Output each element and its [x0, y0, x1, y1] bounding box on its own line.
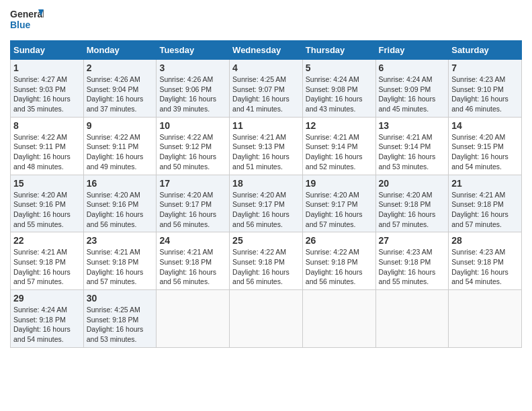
- calendar-cell: 13Sunrise: 4:21 AM Sunset: 9:14 PM Dayli…: [375, 117, 449, 175]
- calendar-cell: [302, 290, 375, 348]
- weekday-header-row: SundayMondayTuesdayWednesdayThursdayFrid…: [11, 41, 522, 60]
- calendar-cell: 30Sunrise: 4:25 AM Sunset: 9:18 PM Dayli…: [83, 290, 157, 348]
- day-detail: Sunrise: 4:24 AM Sunset: 9:18 PM Dayligh…: [13, 305, 81, 345]
- calendar-cell: 3Sunrise: 4:26 AM Sunset: 9:06 PM Daylig…: [157, 60, 230, 118]
- calendar-cell: 4Sunrise: 4:25 AM Sunset: 9:07 PM Daylig…: [230, 60, 303, 118]
- calendar-week-row: 1Sunrise: 4:27 AM Sunset: 9:03 PM Daylig…: [11, 60, 522, 118]
- day-number: 10: [159, 120, 226, 131]
- weekday-header-cell: Saturday: [449, 41, 522, 60]
- day-detail: Sunrise: 4:20 AM Sunset: 9:17 PM Dayligh…: [232, 190, 300, 230]
- day-number: 14: [451, 120, 519, 131]
- day-detail: Sunrise: 4:24 AM Sunset: 9:09 PM Dayligh…: [379, 75, 446, 114]
- calendar-cell: 9Sunrise: 4:22 AM Sunset: 9:11 PM Daylig…: [83, 117, 157, 175]
- calendar-cell: [449, 290, 522, 348]
- day-detail: Sunrise: 4:25 AM Sunset: 9:07 PM Dayligh…: [232, 75, 300, 114]
- weekday-header-cell: Monday: [83, 41, 157, 60]
- day-number: 13: [379, 120, 446, 131]
- calendar-cell: [375, 290, 449, 348]
- calendar-cell: 15Sunrise: 4:20 AM Sunset: 9:16 PM Dayli…: [11, 175, 84, 232]
- calendar-cell: 26Sunrise: 4:22 AM Sunset: 9:18 PM Dayli…: [302, 232, 375, 290]
- day-detail: Sunrise: 4:23 AM Sunset: 9:10 PM Dayligh…: [451, 75, 519, 114]
- day-detail: Sunrise: 4:21 AM Sunset: 9:18 PM Dayligh…: [13, 247, 81, 287]
- calendar-cell: 14Sunrise: 4:20 AM Sunset: 9:15 PM Dayli…: [449, 117, 522, 175]
- calendar-cell: 17Sunrise: 4:20 AM Sunset: 9:17 PM Dayli…: [157, 175, 230, 232]
- day-detail: Sunrise: 4:27 AM Sunset: 9:03 PM Dayligh…: [13, 75, 81, 114]
- calendar-cell: 20Sunrise: 4:20 AM Sunset: 9:18 PM Dayli…: [375, 175, 449, 232]
- calendar-week-row: 29Sunrise: 4:24 AM Sunset: 9:18 PM Dayli…: [11, 290, 522, 348]
- day-number: 1: [13, 62, 81, 73]
- calendar-cell: 25Sunrise: 4:22 AM Sunset: 9:18 PM Dayli…: [230, 232, 303, 290]
- day-detail: Sunrise: 4:20 AM Sunset: 9:17 PM Dayligh…: [306, 190, 373, 230]
- day-number: 8: [13, 120, 81, 131]
- calendar-cell: 24Sunrise: 4:21 AM Sunset: 9:18 PM Dayli…: [157, 232, 230, 290]
- day-number: 24: [159, 235, 226, 246]
- calendar-cell: 27Sunrise: 4:23 AM Sunset: 9:18 PM Dayli…: [375, 232, 449, 290]
- logo-icon: General Blue: [10, 7, 44, 35]
- calendar-cell: 29Sunrise: 4:24 AM Sunset: 9:18 PM Dayli…: [11, 290, 84, 348]
- day-detail: Sunrise: 4:21 AM Sunset: 9:18 PM Dayligh…: [87, 247, 154, 287]
- day-number: 9: [87, 120, 154, 131]
- day-detail: Sunrise: 4:21 AM Sunset: 9:18 PM Dayligh…: [159, 247, 226, 287]
- day-number: 11: [232, 120, 300, 131]
- calendar-cell: 6Sunrise: 4:24 AM Sunset: 9:09 PM Daylig…: [375, 60, 449, 118]
- calendar-body: 1Sunrise: 4:27 AM Sunset: 9:03 PM Daylig…: [11, 60, 522, 348]
- day-detail: Sunrise: 4:21 AM Sunset: 9:13 PM Dayligh…: [232, 132, 300, 172]
- calendar-cell: [230, 290, 303, 348]
- day-number: 20: [379, 178, 446, 189]
- day-number: 15: [13, 178, 81, 189]
- day-detail: Sunrise: 4:23 AM Sunset: 9:18 PM Dayligh…: [379, 247, 446, 287]
- day-number: 19: [306, 178, 373, 189]
- day-detail: Sunrise: 4:26 AM Sunset: 9:06 PM Dayligh…: [159, 75, 226, 114]
- logo: General Blue: [10, 7, 44, 35]
- calendar-cell: 23Sunrise: 4:21 AM Sunset: 9:18 PM Dayli…: [83, 232, 157, 290]
- calendar-cell: 5Sunrise: 4:24 AM Sunset: 9:08 PM Daylig…: [302, 60, 375, 118]
- day-detail: Sunrise: 4:21 AM Sunset: 9:18 PM Dayligh…: [451, 190, 519, 230]
- calendar-table: SundayMondayTuesdayWednesdayThursdayFrid…: [10, 40, 522, 348]
- calendar-week-row: 15Sunrise: 4:20 AM Sunset: 9:16 PM Dayli…: [11, 175, 522, 232]
- weekday-header-cell: Sunday: [11, 41, 84, 60]
- day-detail: Sunrise: 4:24 AM Sunset: 9:08 PM Dayligh…: [306, 75, 373, 114]
- svg-text:Blue: Blue: [10, 19, 31, 30]
- day-number: 4: [232, 62, 300, 73]
- header: General Blue: [10, 7, 522, 35]
- weekday-header-cell: Thursday: [302, 41, 375, 60]
- day-number: 6: [379, 62, 446, 73]
- day-detail: Sunrise: 4:22 AM Sunset: 9:18 PM Dayligh…: [232, 247, 300, 287]
- day-number: 12: [306, 120, 373, 131]
- day-number: 2: [87, 62, 154, 73]
- day-detail: Sunrise: 4:26 AM Sunset: 9:04 PM Dayligh…: [87, 75, 154, 114]
- day-detail: Sunrise: 4:20 AM Sunset: 9:16 PM Dayligh…: [87, 190, 154, 230]
- day-number: 22: [13, 235, 81, 246]
- calendar-cell: 7Sunrise: 4:23 AM Sunset: 9:10 PM Daylig…: [449, 60, 522, 118]
- calendar-cell: 19Sunrise: 4:20 AM Sunset: 9:17 PM Dayli…: [302, 175, 375, 232]
- calendar-cell: 11Sunrise: 4:21 AM Sunset: 9:13 PM Dayli…: [230, 117, 303, 175]
- day-detail: Sunrise: 4:22 AM Sunset: 9:12 PM Dayligh…: [159, 132, 226, 172]
- calendar-cell: 8Sunrise: 4:22 AM Sunset: 9:11 PM Daylig…: [11, 117, 84, 175]
- calendar-cell: 1Sunrise: 4:27 AM Sunset: 9:03 PM Daylig…: [11, 60, 84, 118]
- day-number: 29: [13, 293, 81, 304]
- day-number: 7: [451, 62, 519, 73]
- day-number: 16: [87, 178, 154, 189]
- day-detail: Sunrise: 4:21 AM Sunset: 9:14 PM Dayligh…: [306, 132, 373, 172]
- calendar-cell: 18Sunrise: 4:20 AM Sunset: 9:17 PM Dayli…: [230, 175, 303, 232]
- day-number: 27: [379, 235, 446, 246]
- day-detail: Sunrise: 4:25 AM Sunset: 9:18 PM Dayligh…: [87, 305, 154, 345]
- day-number: 28: [451, 235, 519, 246]
- day-number: 3: [159, 62, 226, 73]
- svg-text:General: General: [10, 9, 44, 19]
- day-detail: Sunrise: 4:22 AM Sunset: 9:11 PM Dayligh…: [87, 132, 154, 172]
- calendar-cell: 2Sunrise: 4:26 AM Sunset: 9:04 PM Daylig…: [83, 60, 157, 118]
- day-number: 30: [87, 293, 154, 304]
- day-number: 18: [232, 178, 300, 189]
- calendar-week-row: 8Sunrise: 4:22 AM Sunset: 9:11 PM Daylig…: [11, 117, 522, 175]
- calendar-cell: 22Sunrise: 4:21 AM Sunset: 9:18 PM Dayli…: [11, 232, 84, 290]
- calendar-cell: 28Sunrise: 4:23 AM Sunset: 9:18 PM Dayli…: [449, 232, 522, 290]
- day-detail: Sunrise: 4:22 AM Sunset: 9:18 PM Dayligh…: [306, 247, 373, 287]
- weekday-header-cell: Friday: [375, 41, 449, 60]
- day-detail: Sunrise: 4:20 AM Sunset: 9:16 PM Dayligh…: [13, 190, 81, 230]
- weekday-header-cell: Tuesday: [157, 41, 230, 60]
- day-number: 26: [306, 235, 373, 246]
- day-detail: Sunrise: 4:23 AM Sunset: 9:18 PM Dayligh…: [451, 247, 519, 287]
- day-number: 17: [159, 178, 226, 189]
- day-number: 5: [306, 62, 373, 73]
